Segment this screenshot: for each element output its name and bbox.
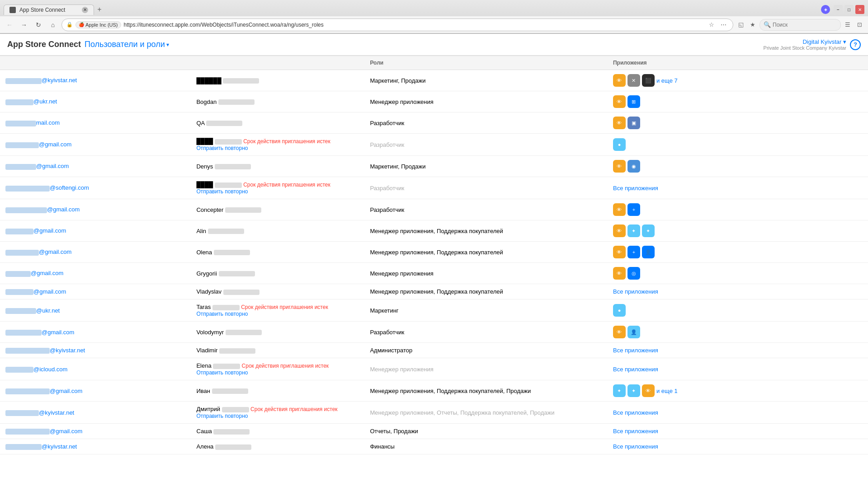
- app-icons-container: 👁⊞: [613, 95, 863, 108]
- all-apps-link[interactable]: Все приложения: [613, 185, 658, 192]
- app-icon-blue-plus[interactable]: +: [627, 246, 640, 258]
- app-icon-yellow-eyes[interactable]: 👁: [613, 74, 626, 87]
- email-cell[interactable]: @gmail.com: [0, 156, 191, 177]
- tab-close-button[interactable]: ✕: [82, 7, 88, 13]
- apps-cell: 👁✦✦: [608, 220, 868, 242]
- resend-link[interactable]: Отправить повторно: [196, 145, 248, 151]
- app-icon-blue-screen[interactable]: ▣: [627, 117, 640, 129]
- app-icon-teal-star[interactable]: ✦: [627, 224, 640, 237]
- app-icon-teal-person[interactable]: 👤: [627, 326, 640, 338]
- email-cell[interactable]: @kyivstar.net: [0, 439, 191, 454]
- back-button[interactable]: ←: [4, 19, 15, 31]
- all-apps-link[interactable]: Все приложения: [613, 409, 658, 416]
- more-apps-link[interactable]: и еще 1: [656, 388, 678, 394]
- app-icon-yellow-eyes[interactable]: 👁: [613, 267, 626, 280]
- more-apps-link[interactable]: и еще 7: [656, 77, 678, 84]
- resend-link[interactable]: Отправить повторно: [196, 413, 248, 419]
- app-icon-close[interactable]: ✕: [627, 74, 640, 87]
- email-suffix: @gmail.com: [47, 206, 80, 213]
- name-cell: QA: [191, 112, 364, 134]
- app-icon-yellow-eyes[interactable]: 👁: [613, 117, 626, 129]
- url-text[interactable]: https://itunesconnect.apple.com/WebObjec…: [124, 22, 704, 28]
- roles-text: Менеджер приложения, Отчеты, Поддержка п…: [370, 409, 554, 416]
- all-apps-link[interactable]: Все приложения: [613, 288, 658, 295]
- app-icon-yellow-eyes[interactable]: 👁: [613, 160, 626, 173]
- email-cell[interactable]: @kyivstar.net: [0, 402, 191, 424]
- app-icon-teal-star[interactable]: ✦: [627, 384, 640, 397]
- app-icon-blue-person[interactable]: 👤: [642, 246, 655, 258]
- forward-button[interactable]: →: [18, 19, 30, 31]
- app-icon-yellow-eyes[interactable]: 👁: [613, 224, 626, 237]
- email-cell[interactable]: @gmail.com: [0, 380, 191, 402]
- app-icon-yellow-eyes[interactable]: 👁: [613, 203, 626, 216]
- email-cell[interactable]: @gmail.com: [0, 284, 191, 299]
- email-cell[interactable]: @gmail.com: [0, 242, 191, 263]
- company-name: Apple Inc (US): [85, 22, 118, 28]
- maximize-button[interactable]: □: [844, 5, 854, 14]
- table-row: @softengi.com████ Срок действия приглаше…: [0, 177, 868, 199]
- app-icon-blue-plus[interactable]: +: [627, 203, 640, 216]
- app-icon-yellow-eyes[interactable]: 👁: [613, 326, 626, 338]
- reading-list-icon[interactable]: ☰: [843, 20, 853, 30]
- bookmark-icon[interactable]: ☆: [707, 20, 717, 30]
- help-button[interactable]: ?: [850, 39, 861, 50]
- search-box[interactable]: 🔍: [760, 19, 841, 31]
- new-tab-button[interactable]: +: [94, 4, 105, 15]
- app-icons-container: 👁+: [613, 203, 863, 216]
- more-icon[interactable]: ⋯: [718, 20, 728, 30]
- app-icon-blue-grid[interactable]: ⊞: [627, 95, 640, 108]
- app-icon-yellow-eyes[interactable]: 👁: [613, 246, 626, 258]
- all-apps-link[interactable]: Все приложения: [613, 428, 658, 435]
- app-icon-blue-circle[interactable]: ◎: [627, 267, 640, 280]
- email-cell[interactable]: @kyivstar.net: [0, 70, 191, 91]
- apps-cell: 👁▣: [608, 112, 868, 134]
- all-apps-link[interactable]: Все приложения: [613, 443, 658, 450]
- resend-link[interactable]: Отправить повторно: [196, 369, 248, 376]
- email-cell[interactable]: @kyivstar.net: [0, 343, 191, 358]
- app-icon-teal-star[interactable]: ✦: [613, 384, 626, 397]
- app-title: App Store Connect: [7, 40, 81, 49]
- resend-link[interactable]: Отправить повторно: [196, 188, 248, 195]
- email-cell[interactable]: @gmail.com: [0, 322, 191, 343]
- app-icon-yellow-eyes[interactable]: 👁: [642, 384, 655, 397]
- app-icon-blue-small[interactable]: ●: [613, 304, 626, 317]
- account-name[interactable]: Digital Kyivstar ▾: [764, 38, 846, 45]
- minimize-button[interactable]: −: [834, 5, 843, 14]
- name-blurred: [214, 250, 250, 255]
- name-blurred: [223, 290, 259, 295]
- email-cell[interactable]: @gmail.com: [0, 199, 191, 220]
- browser-tab[interactable]: App Store Connect ✕: [4, 5, 94, 15]
- email-cell[interactable]: @gmail.com: [0, 263, 191, 284]
- email-cell[interactable]: @gmail.com: [0, 424, 191, 439]
- app-icon-yellow-eyes[interactable]: 👁: [613, 95, 626, 108]
- app-icon-dark[interactable]: ⬛: [642, 74, 655, 87]
- email-cell[interactable]: mail.com: [0, 112, 191, 134]
- roles-cell: Менеджер приложения, Поддержка покупател…: [364, 284, 608, 299]
- email-cell[interactable]: @softengi.com: [0, 177, 191, 199]
- sidebar-icon[interactable]: ⊡: [854, 20, 864, 30]
- page-title-link[interactable]: Пользователи и роли ▾: [85, 40, 169, 49]
- all-apps-link[interactable]: Все приложения: [613, 366, 658, 373]
- resend-link[interactable]: Отправить повторно: [196, 311, 248, 317]
- star-icon[interactable]: ★: [748, 20, 758, 30]
- email-suffix: @kyivstar.net: [39, 409, 74, 416]
- home-button[interactable]: ⌂: [47, 19, 59, 31]
- name-cell: ████ Срок действия приглашения истекОтпр…: [191, 134, 364, 156]
- roles-text: Менеджер приложения, Поддержка покупател…: [370, 228, 503, 234]
- close-button[interactable]: ✕: [855, 5, 864, 14]
- app-icon-blue-small[interactable]: ●: [613, 138, 626, 151]
- reload-button[interactable]: ↻: [33, 19, 44, 31]
- search-input[interactable]: [773, 22, 837, 28]
- all-apps-link[interactable]: Все приложения: [613, 347, 658, 354]
- email-cell[interactable]: @ukr.net: [0, 299, 191, 322]
- pocket-icon[interactable]: ◱: [736, 20, 746, 30]
- email-cell[interactable]: @ukr.net: [0, 91, 191, 112]
- address-bar[interactable]: 🔒 🍎 Apple Inc (US) https://itunesconnect…: [61, 19, 733, 31]
- email-cell[interactable]: @gmail.com: [0, 134, 191, 156]
- email-cell[interactable]: @icloud.com: [0, 358, 191, 380]
- app-icon-teal-star[interactable]: ✦: [642, 224, 655, 237]
- user-first-name: Alin: [196, 228, 208, 234]
- email-cell[interactable]: @gmail.com: [0, 220, 191, 242]
- app-icon-radio[interactable]: ◉: [627, 160, 640, 173]
- app-icons-container: Все приложения: [613, 185, 863, 192]
